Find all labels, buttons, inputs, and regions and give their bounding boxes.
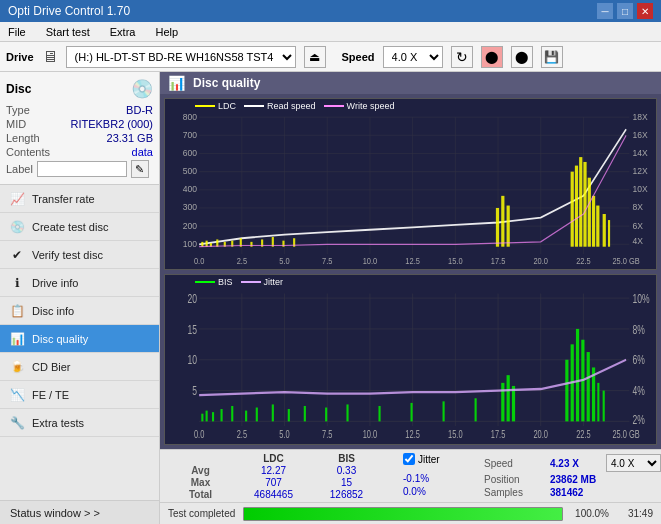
eject-button[interactable]: ⏏ [304, 46, 326, 68]
sidebar-item-fe-te[interactable]: 📉 FE / TE [0, 381, 159, 409]
svg-rect-110 [256, 407, 258, 421]
title-controls: ─ □ ✕ [597, 3, 653, 19]
minimize-button[interactable]: ─ [597, 3, 613, 19]
sidebar-label-disc-info: Disc info [32, 305, 74, 317]
refresh-button[interactable]: ↻ [451, 46, 473, 68]
menu-file[interactable]: File [4, 24, 30, 40]
svg-text:300: 300 [183, 202, 197, 213]
avg-bis: 0.33 [314, 465, 379, 476]
jitter-section: Jitter -0.1% 0.0% [403, 453, 468, 499]
speed-display-label: Speed [484, 458, 544, 469]
svg-text:15.0: 15.0 [448, 429, 463, 441]
jitter-checkbox-row: Jitter [403, 453, 468, 465]
samples-value: 381462 [550, 487, 600, 498]
samples-label: Samples [484, 487, 544, 498]
samples-row: Samples 381462 [484, 487, 661, 498]
svg-rect-60 [583, 162, 586, 247]
svg-rect-127 [603, 390, 605, 421]
svg-text:25.0 GB: 25.0 GB [612, 429, 639, 441]
jitter-legend-item: Jitter [241, 277, 284, 287]
label-edit-button[interactable]: ✎ [131, 160, 149, 178]
create-test-disc-icon: 💿 [10, 220, 24, 234]
sidebar-item-transfer-rate[interactable]: 📈 Transfer rate [0, 185, 159, 213]
sidebar-item-verify-test-disc[interactable]: ✔ Verify test disc [0, 241, 159, 269]
close-button[interactable]: ✕ [637, 3, 653, 19]
svg-text:15: 15 [188, 321, 198, 335]
fe-te-icon: 📉 [10, 388, 24, 402]
svg-rect-114 [325, 407, 327, 421]
svg-rect-124 [587, 352, 590, 421]
maximize-button[interactable]: □ [617, 3, 633, 19]
svg-text:20.0: 20.0 [533, 429, 548, 441]
ldc-chart-svg: 800 700 600 500 400 300 200 100 18X 16X … [165, 99, 656, 269]
sidebar-item-drive-info[interactable]: ℹ Drive info [0, 269, 159, 297]
total-ldc: 4684465 [241, 489, 306, 500]
charts-container: LDC Read speed Write speed [160, 94, 661, 449]
sidebar-item-create-test-disc[interactable]: 💿 Create test disc [0, 213, 159, 241]
svg-rect-120 [565, 359, 568, 421]
transfer-rate-icon: 📈 [10, 192, 24, 206]
speed-selector[interactable]: 4.0 X [606, 454, 661, 472]
type-value: BD-R [126, 104, 153, 116]
status-text: Test completed [168, 508, 235, 519]
label-input[interactable] [37, 161, 127, 177]
jitter-checkbox[interactable] [403, 453, 415, 465]
scan-button[interactable]: ⬤ [511, 46, 533, 68]
write-speed-legend-color [324, 105, 344, 107]
stats-table: LDC BIS Avg 12.27 0.33 Max 707 15 Total … [168, 453, 379, 500]
svg-rect-108 [231, 405, 233, 420]
status-window-button[interactable]: Status window > > [0, 500, 159, 524]
svg-text:10%: 10% [633, 291, 651, 305]
total-row: Total 4684465 126852 [168, 489, 379, 500]
sidebar-label-disc-quality: Disc quality [32, 333, 88, 345]
main-layout: Disc 💿 Type BD-R MID RITEKBR2 (000) Leng… [0, 72, 661, 524]
svg-text:2.5: 2.5 [237, 256, 248, 266]
jitter-avg: -0.1% [403, 473, 468, 484]
write-speed-legend-label: Write speed [347, 101, 395, 111]
svg-text:10.0: 10.0 [363, 256, 378, 266]
svg-text:12.5: 12.5 [405, 256, 420, 266]
svg-text:8X: 8X [633, 202, 643, 213]
menu-start-test[interactable]: Start test [42, 24, 94, 40]
sidebar-label-verify-test-disc: Verify test disc [32, 249, 103, 261]
avg-row: Avg 12.27 0.33 [168, 465, 379, 476]
svg-text:5.0: 5.0 [279, 429, 289, 441]
svg-text:500: 500 [183, 166, 197, 177]
sidebar-item-extra-tests[interactable]: 🔧 Extra tests [0, 409, 159, 437]
sidebar-item-cd-bier[interactable]: 🍺 CD Bier [0, 353, 159, 381]
sidebar-item-disc-quality[interactable]: 📊 Disc quality [0, 325, 159, 353]
sidebar-item-disc-info[interactable]: 📋 Disc info [0, 297, 159, 325]
svg-text:10X: 10X [633, 184, 648, 195]
status-window-label: Status window > > [10, 507, 100, 519]
svg-text:10: 10 [188, 352, 198, 366]
chart-header: 📊 Disc quality [160, 72, 661, 94]
svg-text:10.0: 10.0 [363, 429, 378, 441]
speed-label: Speed [342, 51, 375, 63]
burn-button[interactable]: ⬤ [481, 46, 503, 68]
svg-rect-64 [603, 214, 606, 247]
progress-bar-section: Test completed 100.0% 31:49 [160, 502, 661, 524]
svg-text:12.5: 12.5 [405, 429, 420, 441]
ldc-col-header [168, 453, 233, 464]
menu-help[interactable]: Help [151, 24, 182, 40]
nav-items: 📈 Transfer rate 💿 Create test disc ✔ Ver… [0, 185, 159, 500]
contents-value: data [132, 146, 153, 158]
svg-rect-66 [496, 208, 499, 247]
read-speed-legend-label: Read speed [267, 101, 316, 111]
speed-select[interactable]: 4.0 X [383, 46, 443, 68]
drive-select[interactable]: (H:) HL-DT-ST BD-RE WH16NS58 TST4 [66, 46, 296, 68]
bis-legend-label: BIS [218, 277, 233, 287]
contents-label: Contents [6, 146, 50, 158]
save-button[interactable]: 💾 [541, 46, 563, 68]
menu-extra[interactable]: Extra [106, 24, 140, 40]
svg-rect-128 [501, 382, 504, 421]
bottom-chart-legend: BIS Jitter [195, 277, 283, 287]
svg-rect-111 [272, 404, 274, 421]
svg-rect-46 [206, 241, 208, 247]
ldc-chart: LDC Read speed Write speed [164, 98, 657, 270]
max-ldc: 707 [241, 477, 306, 488]
ldc-legend-label: LDC [218, 101, 236, 111]
progress-percent: 100.0% [571, 508, 609, 519]
total-bis: 126852 [314, 489, 379, 500]
svg-text:6X: 6X [633, 220, 643, 231]
